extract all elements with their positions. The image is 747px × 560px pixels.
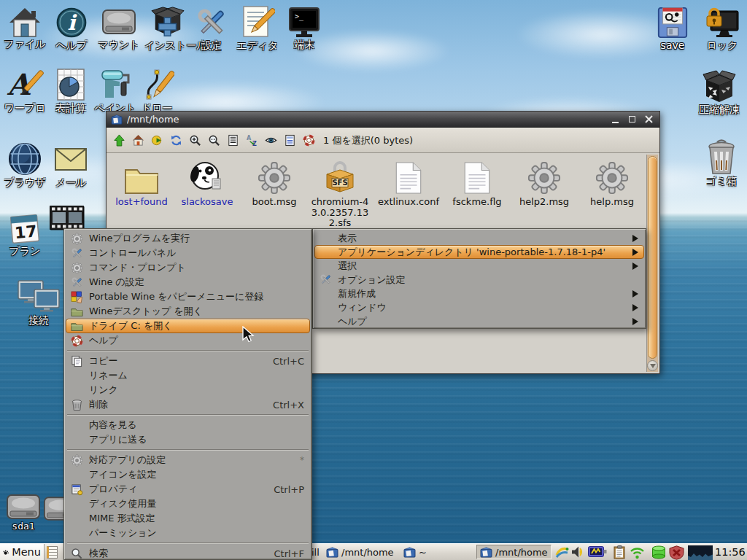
- menu-item-permissions[interactable]: パーミッション: [66, 526, 310, 540]
- task-button-mnt-home-active[interactable]: /mnt/home: [476, 545, 551, 559]
- details-view-button[interactable]: [282, 133, 297, 148]
- menu-item-properties[interactable]: プロパティ Ctrl+P: [66, 482, 310, 497]
- menu-item-wine-config[interactable]: Wine の設定: [66, 275, 310, 289]
- cpu-graph-icon[interactable]: [688, 545, 713, 560]
- menu-item-control-panel[interactable]: コントロールパネル: [66, 246, 310, 260]
- desktop-icon-spreadsheet[interactable]: 表計算: [47, 67, 94, 114]
- clipboard-icon[interactable]: [614, 545, 626, 559]
- desktop-icon-help[interactable]: i ヘルプ: [48, 6, 95, 51]
- task-button-mnt-home[interactable]: /mnt/home: [323, 544, 398, 560]
- maximize-button[interactable]: [626, 113, 638, 125]
- network-activity-icon[interactable]: [588, 545, 607, 558]
- desktop-icon-trash[interactable]: ゴミ箱: [698, 139, 745, 187]
- scroll-down-button[interactable]: [647, 360, 658, 371]
- menu-item-open-wine-desktop[interactable]: Wineデスクトップ を開く: [66, 304, 310, 319]
- menu-item-help[interactable]: ヘルプ: [314, 314, 644, 328]
- show-hidden-button[interactable]: [263, 133, 278, 148]
- refresh-button[interactable]: [169, 133, 183, 148]
- desktop-icon-draw[interactable]: ドロー: [133, 67, 180, 114]
- desktop-icon-save[interactable]: save: [649, 6, 696, 51]
- file-item[interactable]: help2.msg: [511, 157, 577, 208]
- desktop-icon-terminal[interactable]: >_ 端末: [281, 6, 328, 50]
- gear-icon: [71, 233, 83, 245]
- file-item[interactable]: fsckme.flg: [444, 157, 510, 208]
- menu-item-send-to-app[interactable]: アプリに送る: [66, 432, 310, 447]
- network-swoosh-icon[interactable]: [555, 545, 570, 559]
- close-button[interactable]: [643, 113, 655, 125]
- disk-free-icon[interactable]: [651, 545, 666, 559]
- menu-item-open-drive-c[interactable]: ドライブ C: を開く: [66, 319, 310, 333]
- desktop: ファイル i ヘルプ マウント インストール 設定 エ: [0, 0, 747, 560]
- menu-item-link[interactable]: リンク: [66, 383, 310, 397]
- zoom-in-button[interactable]: [187, 133, 202, 148]
- list-view-button[interactable]: [225, 133, 240, 148]
- task-button-partial[interactable]: ill: [311, 544, 324, 560]
- menu-item-find[interactable]: 検索 Ctrl+F: [66, 546, 310, 560]
- menu-item-copy[interactable]: コピー Ctrl+C: [66, 354, 310, 368]
- vertical-scrollbar[interactable]: [646, 155, 658, 372]
- menu-item-display[interactable]: 表示: [314, 231, 644, 245]
- rox-filer-icon: [403, 547, 416, 558]
- film-media-icon[interactable]: [50, 206, 85, 230]
- file-item[interactable]: SFS chromium-43.0.2357.132.sfs: [307, 157, 373, 229]
- desktop-icon-sda1[interactable]: sda1: [0, 493, 47, 532]
- file-item[interactable]: help.msg: [579, 157, 645, 208]
- desktop-icon-archive[interactable]: 圧縮解凍: [696, 70, 743, 115]
- desktop-icon-mount[interactable]: マウント: [96, 8, 142, 50]
- zoom-out-button[interactable]: [206, 133, 221, 148]
- desktop-icon-wordprocessor[interactable]: A ワープロ: [1, 67, 48, 114]
- globe-icon: [7, 141, 42, 176]
- menu-item-run-wine-program[interactable]: Wineプログラムを実行: [66, 231, 310, 246]
- wifi-icon[interactable]: [630, 545, 645, 559]
- up-button[interactable]: [112, 133, 126, 148]
- sort-button[interactable]: A Z: [244, 133, 259, 148]
- scrollbar-thumb[interactable]: [648, 156, 657, 359]
- menu-item-set-run-action[interactable]: 対応アプリの設定 *: [66, 453, 310, 467]
- submenu-arrow-icon: [632, 262, 638, 270]
- file-item[interactable]: slackosave: [174, 157, 240, 208]
- document-icon: [395, 161, 422, 195]
- goto-button[interactable]: [150, 133, 164, 148]
- menu-item-appdir[interactable]: アプリケーションディレクトリ 'wine-portable-1.7.18-1-p…: [314, 245, 644, 259]
- menu-item-set-icon[interactable]: アイコンを設定: [66, 467, 310, 482]
- minimize-button[interactable]: [609, 113, 622, 125]
- lock-screen-icon: [704, 6, 740, 39]
- window-list-button[interactable]: [47, 546, 58, 559]
- desktop-icon-browser[interactable]: ブラウザ: [1, 141, 48, 188]
- menu-item-mime-type[interactable]: MIME 形式設定: [66, 511, 310, 526]
- file-item[interactable]: boot.msg: [241, 157, 307, 208]
- menu-item-delete[interactable]: 削除 Ctrl+X: [66, 397, 310, 412]
- goto-icon: [151, 134, 163, 147]
- help-button[interactable]: [301, 133, 316, 148]
- desktop-icon-lock[interactable]: ロック: [699, 6, 746, 51]
- menu-item-register-portable-wine[interactable]: Portable Wine をパピーメニューに登録: [66, 289, 310, 304]
- file-item[interactable]: extlinux.conf: [376, 157, 441, 208]
- menu-item-select[interactable]: 選択: [314, 259, 644, 273]
- desktop-icon-install[interactable]: インストール: [144, 6, 191, 51]
- menu-item-rename[interactable]: リネーム: [66, 368, 310, 383]
- menu-item-new[interactable]: 新規作成: [314, 287, 644, 300]
- desktop-icon-files[interactable]: ファイル: [1, 6, 48, 50]
- menu-item-disk-usage[interactable]: ディスク使用量: [66, 497, 310, 511]
- titlebar[interactable]: /mnt/home: [107, 112, 659, 128]
- task-button-home-dir[interactable]: ~: [400, 544, 438, 560]
- desktop-icon-setup[interactable]: 設定: [188, 6, 235, 51]
- file-name: lost+found: [109, 197, 174, 208]
- menu-item-command-prompt[interactable]: コマンド・プロンプト: [66, 260, 310, 275]
- menu-item-view-contents[interactable]: 内容を見る: [66, 418, 310, 432]
- firewall-shield-icon[interactable]: [669, 545, 684, 560]
- desktop-icon-connect[interactable]: 接続: [15, 279, 62, 326]
- menu-item-options[interactable]: オプション設定: [314, 273, 644, 287]
- menu-item-window[interactable]: ウィンドウ: [314, 300, 644, 314]
- desktop-icon-plan[interactable]: 17 プラン: [1, 210, 48, 257]
- desktop-icon-label: ロック: [699, 40, 746, 51]
- svg-text:17: 17: [14, 222, 38, 243]
- volume-icon[interactable]: [571, 545, 585, 559]
- desktop-icon-mail[interactable]: メール: [47, 144, 94, 188]
- desktop-icon-paint[interactable]: ペイント: [92, 67, 139, 114]
- desktop-icon-editor[interactable]: エディタ: [234, 4, 281, 51]
- file-item[interactable]: lost+found: [109, 157, 174, 208]
- menu-item-wine-help[interactable]: ヘルプ: [66, 333, 310, 348]
- menu-button[interactable]: Menu: [0, 544, 44, 560]
- home-button[interactable]: [131, 133, 145, 148]
